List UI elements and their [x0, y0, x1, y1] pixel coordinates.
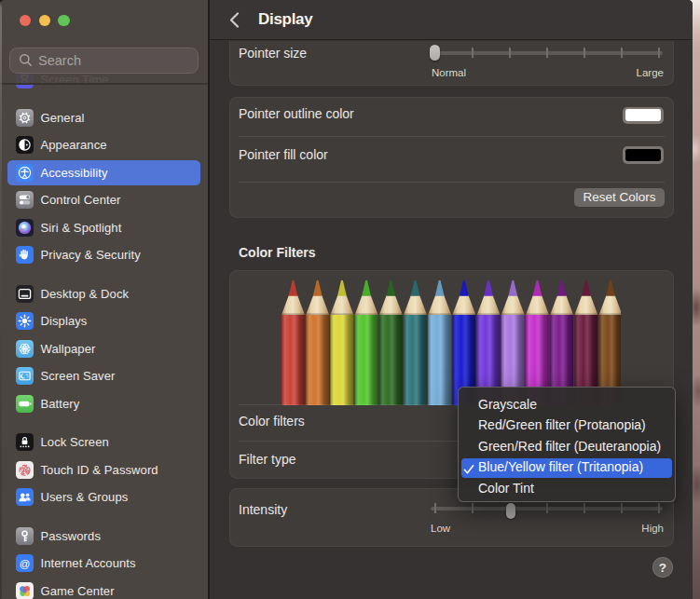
svg-text:@: @ — [20, 558, 31, 569]
